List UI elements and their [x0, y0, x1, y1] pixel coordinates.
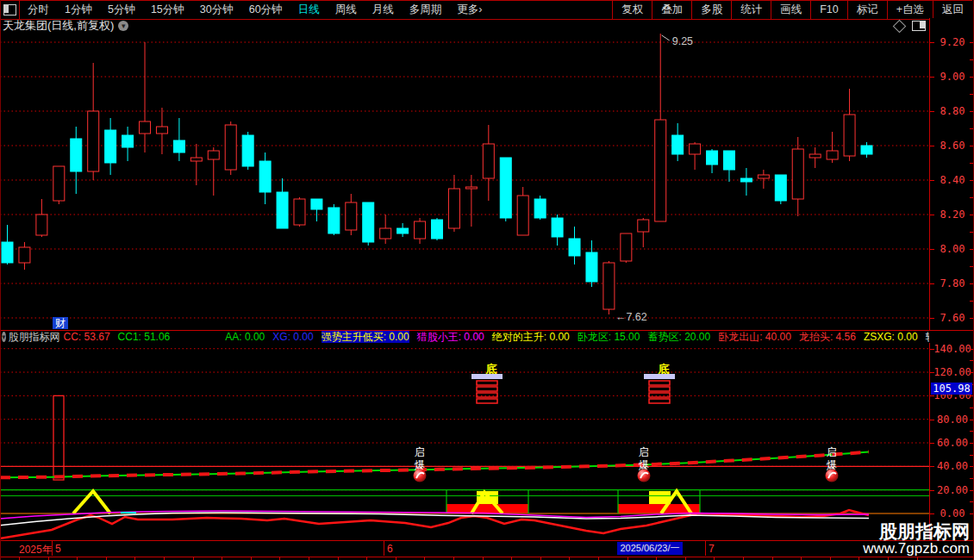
candle-body — [672, 135, 684, 154]
candle-body — [827, 151, 838, 159]
toolbar-item-5分钟[interactable]: 5分钟 — [100, 2, 143, 18]
di-marker-label: 底 — [658, 363, 670, 376]
toolbar-item-15分钟[interactable]: 15分钟 — [143, 2, 192, 18]
watermark: 股朋指标网 www.7gpzb.com — [863, 522, 970, 557]
candle-body — [758, 175, 769, 178]
toolbar-item-30分钟[interactable]: 30分钟 — [192, 2, 241, 18]
toolbar-item-返回[interactable]: 返回 — [933, 1, 972, 19]
toolbar-item-周线[interactable]: 周线 — [328, 2, 365, 18]
candle-body — [225, 125, 236, 170]
indicator-field-CC: CC: 53.67 — [64, 331, 110, 343]
year-label: 2025年 — [19, 543, 53, 557]
date-tick — [366, 557, 367, 560]
indicator-field-蓄势区: 蓄势区: 20.00 — [647, 331, 710, 343]
axis-tick — [930, 318, 934, 319]
candle-body — [242, 135, 253, 166]
trend-line-red-dashed — [0, 452, 869, 478]
date-tick — [77, 557, 78, 560]
candle-body — [707, 151, 718, 165]
indicator-axis-label: 60.00 — [930, 437, 974, 449]
di-marker-rung — [477, 387, 497, 391]
candle-body — [415, 221, 426, 239]
axis-tick — [930, 180, 934, 181]
candle-body — [534, 199, 546, 218]
date-tick — [888, 557, 889, 560]
month-label: 7 — [709, 543, 715, 555]
date-tick — [511, 557, 512, 560]
candle-body — [740, 178, 752, 182]
indicator-field-AA: AA: 0.00 — [225, 331, 265, 343]
top-toolbar: 分时1分钟5分钟15分钟30分钟60分钟日线周线月线多周期更多› 复权叠加多股统… — [0, 0, 972, 20]
date-tick — [453, 557, 454, 560]
toolbar-item-F10[interactable]: F10 — [810, 1, 847, 19]
toolbar-item-多周期[interactable]: 多周期 — [402, 2, 450, 18]
chevron-down-icon[interactable]: ▾ — [118, 21, 128, 31]
toolbar-item-标记[interactable]: 标记 — [847, 1, 887, 19]
indicator-field-猎股小王: 猎股小王: 0.00 — [417, 331, 484, 343]
date-tick — [569, 557, 570, 560]
candle-body — [775, 175, 786, 201]
indicator-axis-label: 140.00 — [930, 343, 974, 355]
main-candlestick-chart[interactable]: 9.25←7.62 — [0, 18, 929, 330]
date-tick — [801, 557, 802, 560]
candle-body — [105, 130, 116, 163]
candle-body — [380, 228, 391, 239]
axis-tick — [930, 466, 934, 467]
price-axis-label: 8.00 — [930, 243, 974, 255]
date-tick — [656, 557, 657, 560]
di-marker-rung — [477, 381, 497, 385]
indicator-axis-label: 20.00 — [930, 484, 974, 496]
axis-tick — [930, 146, 934, 146]
app-window: 分时1分钟5分钟15分钟30分钟60分钟日线周线月线多周期更多› 复权叠加多股统… — [0, 0, 974, 560]
toolbar-item-更多›[interactable]: 更多› — [449, 2, 490, 18]
candle-body — [569, 239, 580, 256]
candle-body — [723, 151, 734, 170]
axis-tick — [930, 490, 934, 491]
toolbar-item-分时[interactable]: 分时 — [20, 2, 57, 18]
date-tick — [483, 557, 484, 560]
candle-body — [465, 187, 477, 189]
toolbar-item-月线[interactable]: 月线 — [365, 2, 402, 18]
diamond-icon[interactable] — [893, 19, 907, 33]
indicator-collapse-icon[interactable]: ▾ — [2, 332, 6, 342]
chart-title-row: 天龙集团(日线,前复权) ▾ — [3, 19, 128, 33]
candle-body — [448, 189, 459, 228]
candle-body — [792, 149, 803, 199]
window-layout-icon — [3, 4, 16, 16]
indicator-field-较量: 较量: 4. — [926, 331, 929, 343]
candle-body — [190, 158, 202, 161]
watermark-url: www.7gpzb.com — [863, 541, 970, 557]
price-axis-label: 7.80 — [930, 277, 974, 289]
candle-body — [19, 247, 30, 263]
toolbar-item-多股[interactable]: 多股 — [691, 1, 731, 19]
signal-zone-band — [446, 504, 528, 513]
toolbar-item-1分钟[interactable]: 1分钟 — [57, 2, 100, 18]
date-tick — [743, 557, 744, 560]
toolbar-item-统计[interactable]: 统计 — [731, 1, 771, 19]
split-window-icon[interactable] — [912, 21, 926, 31]
indicator-axis-label: 80.00 — [930, 414, 974, 426]
month-tick — [384, 541, 384, 556]
date-tick — [714, 557, 715, 560]
indicator-chart[interactable]: 底底启爆启爆启爆 — [0, 343, 929, 540]
toolbar-item-日线[interactable]: 日线 — [290, 2, 328, 18]
indicator-source-label: 股朋指标网 — [9, 331, 60, 343]
finance-report-badge[interactable]: 财 — [53, 317, 68, 329]
indicator-field-龙抬头: 龙抬头: 4.56 — [799, 331, 856, 343]
candle-body — [311, 199, 322, 209]
indicator-field-ZSXG: ZSXG: 0.00 — [864, 331, 918, 343]
price-axis: 9.209.008.808.608.408.208.007.807.60 — [929, 18, 974, 330]
indicator-field-卧龙区: 卧龙区: 15.00 — [578, 331, 640, 343]
window-layout-button[interactable] — [0, 1, 20, 19]
candle-body — [277, 192, 288, 228]
toolbar-item-叠加[interactable]: 叠加 — [652, 1, 691, 19]
toolbar-item-画线[interactable]: 画线 — [771, 1, 810, 19]
candle-body — [2, 242, 13, 263]
indicator-field-强势主升低买: 强势主升低买: 0.00 — [322, 331, 409, 343]
toolbar-item-+自选[interactable]: +自选 — [887, 1, 933, 19]
toolbar-item-60分钟[interactable]: 60分钟 — [241, 2, 290, 18]
toolbar-item-复权[interactable]: 复权 — [612, 1, 652, 19]
date-tick — [222, 557, 222, 560]
axis-tick — [930, 215, 934, 215]
candle-body — [586, 252, 597, 282]
